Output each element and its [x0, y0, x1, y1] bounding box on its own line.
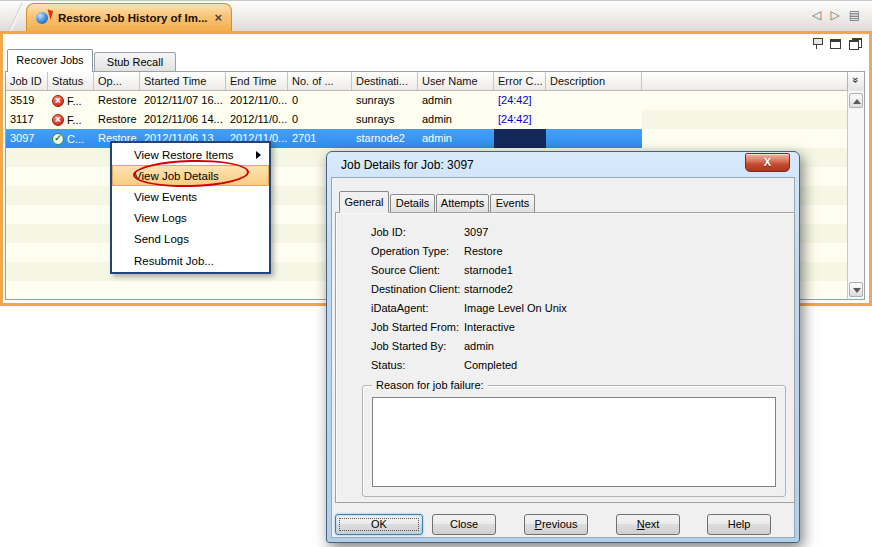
column-header-description[interactable]: Description [546, 72, 642, 90]
table-row-selected[interactable]: 3097 C... Restore 2012/11/06 13... 2012/… [6, 129, 642, 148]
failure-reason-textarea[interactable] [372, 397, 776, 487]
maximize-icon[interactable] [830, 39, 841, 49]
history-forward-icon[interactable]: ▷ [830, 6, 839, 24]
cell-destination: sunrays [352, 91, 418, 110]
cell-user-name: admin [418, 129, 494, 148]
menu-item-view-logs[interactable]: View Logs [112, 208, 269, 229]
failed-status-icon [52, 95, 64, 107]
tab-events[interactable]: Events [490, 194, 535, 213]
cell-operation: Restore [94, 91, 140, 110]
column-header-status[interactable]: Status [48, 72, 94, 90]
column-header-end-time[interactable]: End Time [226, 72, 288, 90]
field-destination-client: Destination Client:starnode2 [371, 283, 513, 298]
column-header-filler [642, 72, 864, 90]
previous-button[interactable]: Previous [524, 514, 588, 535]
field-value: starnode2 [464, 283, 513, 295]
cell-objects: 2701 [288, 129, 352, 148]
tab-recover-jobs[interactable]: Recover Jobs [7, 49, 93, 72]
table-header-row: Job ID Status Op... Started Time End Tim… [6, 72, 864, 91]
failure-reason-label: Reason for job failure: [372, 379, 488, 391]
failure-reason-groupbox: Reason for job failure: [362, 385, 786, 497]
cell-started-time: 2012/11/07 16... [140, 91, 226, 110]
cell-status: F... [48, 110, 94, 129]
cell-destination: starnode2 [352, 129, 418, 148]
cell-error-code-focused[interactable] [494, 129, 546, 148]
dialog-title: Job Details for Job: 3097 [341, 158, 474, 172]
ok-button[interactable]: OK [335, 514, 423, 535]
field-value: Image Level On Unix [464, 302, 567, 314]
column-header-started-time[interactable]: Started Time [140, 72, 226, 90]
field-job-id: Job ID:3097 [371, 226, 488, 241]
history-back-icon[interactable]: ◁ [812, 6, 821, 24]
dialog-close-icon[interactable]: X [745, 153, 790, 172]
cell-description [546, 110, 642, 129]
pin-icon[interactable] [812, 37, 822, 50]
field-value: admin [464, 340, 494, 352]
next-button[interactable]: Next [616, 514, 680, 535]
cell-status: F... [48, 91, 94, 110]
menu-item-view-events[interactable]: View Events [112, 186, 269, 207]
cell-end-time: 2012/11/0... [226, 110, 288, 129]
cell-job-id: 3097 [6, 129, 48, 148]
field-source-client: Source Client:starnode1 [371, 264, 513, 279]
tab-stub-recall-jobs[interactable]: Stub Recall Jobs [94, 52, 176, 72]
column-header-user-name[interactable]: User Name [418, 72, 494, 90]
cell-end-time: 2012/11/0... [226, 91, 288, 110]
field-value: starnode1 [464, 264, 513, 276]
column-header-error-code[interactable]: Error C... [494, 72, 546, 90]
field-status: Status:Completed [371, 359, 517, 374]
document-tab-title: Restore Job History of Im... [58, 12, 208, 24]
field-value: Interactive [464, 321, 515, 333]
field-value: Completed [464, 359, 517, 371]
document-tab-bar: Restore Job History of Im... × ◁ ▷ ▤ [0, 1, 872, 31]
cell-user-name: admin [418, 110, 494, 129]
failed-status-icon [52, 114, 64, 126]
cell-job-id: 3117 [6, 110, 48, 129]
cell-description [546, 91, 642, 110]
field-job-started-from: Job Started From:Interactive [371, 321, 515, 336]
column-header-objects[interactable]: No. of ... [288, 72, 352, 90]
cell-started-time: 2012/11/06 14... [140, 110, 226, 129]
table-row[interactable]: 3519 F... Restore 2012/11/07 16... 2012/… [6, 91, 642, 110]
app-window: Restore Job History of Im... × ◁ ▷ ▤ Rec… [0, 0, 872, 547]
tab-attempts[interactable]: Attempts [436, 194, 489, 213]
cell-operation: Restore [94, 110, 140, 129]
dialog-body: General Details Attempts Events Job ID:3… [331, 177, 795, 538]
column-header-job-id[interactable]: Job ID [6, 72, 48, 90]
scroll-down-icon[interactable] [849, 282, 863, 297]
tab-details[interactable]: Details [390, 194, 435, 213]
view-menu-icon[interactable]: ▤ [849, 6, 860, 24]
document-tab-restore-job-history[interactable]: Restore Job History of Im... × [26, 3, 232, 31]
field-idataagent: iDataAgent:Image Level On Unix [371, 302, 567, 317]
cell-error-code[interactable]: [24:42] [494, 110, 546, 129]
menu-item-send-logs[interactable]: Send Logs [112, 229, 269, 250]
cell-error-code[interactable]: [24:42] [494, 91, 546, 110]
column-header-destination[interactable]: Destinati... [352, 72, 418, 90]
tab-close-icon[interactable]: × [214, 13, 222, 23]
field-operation-type: Operation Type:Restore [371, 245, 503, 260]
job-history-icon [36, 10, 52, 25]
restore-icon[interactable] [849, 38, 862, 50]
double-chevron-icon: » [850, 77, 862, 83]
column-header-operation[interactable]: Op... [94, 72, 140, 90]
cell-job-id: 3519 [6, 91, 48, 110]
field-value: 3097 [464, 226, 488, 238]
field-value: Restore [464, 245, 503, 257]
cell-description [546, 129, 642, 148]
cell-objects: 0 [288, 91, 352, 110]
column-chooser-button[interactable]: » [847, 72, 864, 91]
job-details-dialog: Job Details for Job: 3097 X General Deta… [326, 151, 800, 543]
help-button[interactable]: Help [707, 514, 771, 535]
general-tab-panel: Job ID:3097 Operation Type:Restore Sourc… [335, 212, 795, 503]
scroll-up-icon[interactable] [849, 93, 863, 108]
close-button[interactable]: Close [432, 514, 496, 535]
completed-status-icon [52, 133, 64, 145]
vertical-scrollbar[interactable] [847, 91, 864, 299]
cell-objects: 0 [288, 110, 352, 129]
menu-item-resubmit-job[interactable]: Resubmit Job... [112, 250, 269, 271]
tab-general[interactable]: General [339, 191, 389, 213]
submenu-arrow-icon [256, 151, 261, 159]
cell-destination: sunrays [352, 110, 418, 129]
table-row[interactable]: 3117 F... Restore 2012/11/06 14... 2012/… [6, 110, 642, 129]
field-job-started-by: Job Started By:admin [371, 340, 494, 355]
